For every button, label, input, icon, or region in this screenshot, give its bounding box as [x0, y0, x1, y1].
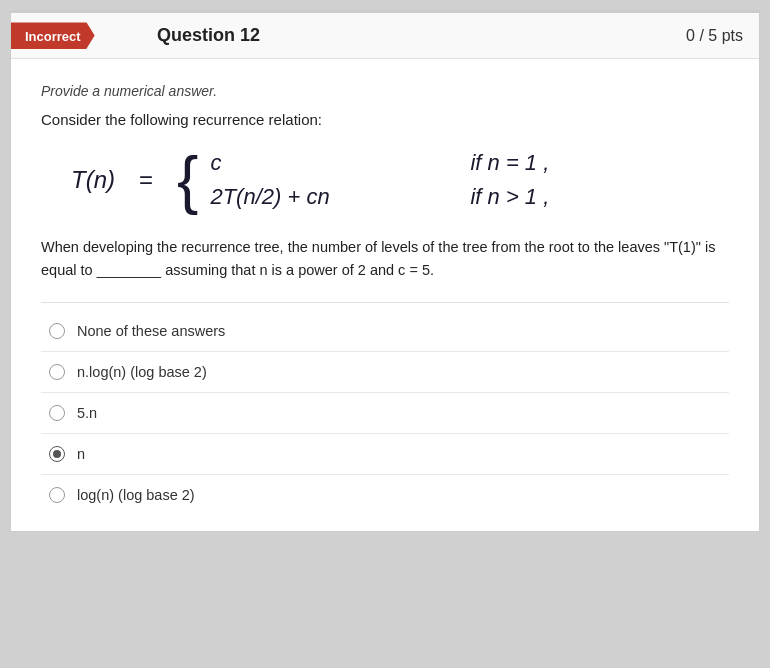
math-equals-sign: =	[139, 166, 153, 194]
option-label: log(n) (log base 2)	[77, 487, 195, 503]
radio-circle[interactable]	[49, 405, 65, 421]
radio-dot	[53, 450, 61, 458]
incorrect-badge: Incorrect	[11, 22, 95, 49]
option-label: n	[77, 446, 85, 462]
math-case1-cond: if n = 1 ,	[470, 150, 549, 176]
options-list: None of these answersn.log(n) (log base …	[41, 311, 729, 515]
instruction-text: Provide a numerical answer.	[41, 83, 729, 99]
math-brace: {	[177, 148, 198, 212]
option-item[interactable]: 5.n	[41, 393, 729, 434]
option-item[interactable]: log(n) (log base 2)	[41, 475, 729, 515]
option-label: None of these answers	[77, 323, 225, 339]
question-title: Question 12	[157, 25, 260, 46]
math-case1-expr: c	[210, 150, 390, 176]
radio-circle[interactable]	[49, 364, 65, 380]
radio-circle[interactable]	[49, 323, 65, 339]
radio-circle[interactable]	[49, 446, 65, 462]
math-cases: c if n = 1 , 2T(n/2) + cn if n > 1 ,	[210, 150, 549, 210]
math-case2-cond: if n > 1 ,	[470, 184, 549, 210]
question-header: Incorrect Question 12 0 / 5 pts	[11, 13, 759, 59]
option-item[interactable]: n	[41, 434, 729, 475]
math-lhs: T(n)	[71, 166, 115, 194]
radio-circle[interactable]	[49, 487, 65, 503]
option-label: 5.n	[77, 405, 97, 421]
question-body: Provide a numerical answer. Consider the…	[11, 59, 759, 531]
follow-text: When developing the recurrence tree, the…	[41, 236, 729, 282]
description-text: Consider the following recurrence relati…	[41, 111, 729, 128]
math-formula: T(n) = { c if n = 1 , 2T(n/2) + cn if n …	[71, 148, 729, 212]
option-item[interactable]: None of these answers	[41, 311, 729, 352]
math-case-1: c if n = 1 ,	[210, 150, 549, 176]
math-case2-expr: 2T(n/2) + cn	[210, 184, 390, 210]
question-card: Incorrect Question 12 0 / 5 pts Provide …	[10, 10, 760, 532]
divider	[41, 302, 729, 303]
math-case-2: 2T(n/2) + cn if n > 1 ,	[210, 184, 549, 210]
option-item[interactable]: n.log(n) (log base 2)	[41, 352, 729, 393]
math-brace-container: { c if n = 1 , 2T(n/2) + cn if n > 1 ,	[177, 148, 549, 212]
question-score: 0 / 5 pts	[686, 27, 743, 45]
option-label: n.log(n) (log base 2)	[77, 364, 207, 380]
